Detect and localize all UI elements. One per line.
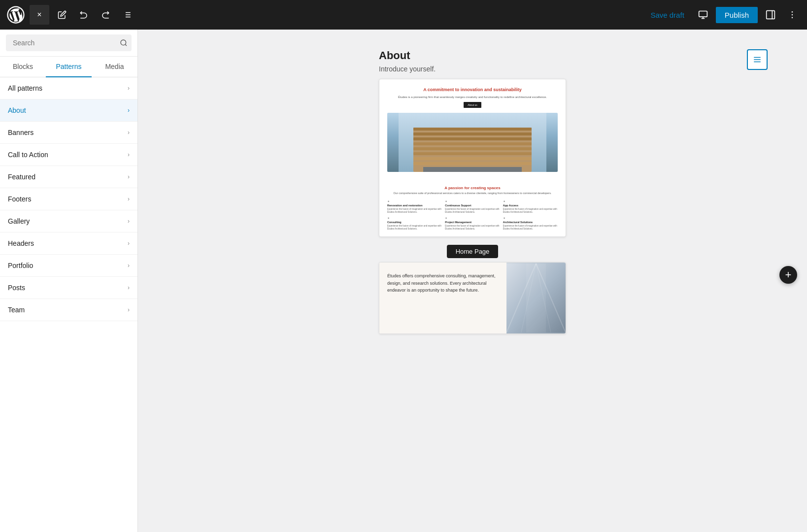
- undo-button[interactable]: [75, 6, 93, 24]
- service-item-6: ✦ Architectural Solutions Experience the…: [503, 216, 558, 231]
- svg-rect-7: [699, 11, 707, 17]
- arch-heading: A commitment to innovation and sustainab…: [387, 87, 558, 93]
- chevron-right-icon: ›: [128, 107, 130, 114]
- chevron-right-icon: ›: [128, 173, 130, 180]
- list-view-button[interactable]: [118, 6, 136, 24]
- service-item-2: ✦ Continuous Support Experience the fusi…: [445, 200, 500, 214]
- search-input-wrap: [6, 34, 132, 51]
- star-icon-5: ✦: [445, 216, 500, 220]
- pattern-item-footers[interactable]: Footers ›: [0, 188, 137, 210]
- wp-logo: [6, 5, 26, 25]
- tab-media[interactable]: Media: [92, 57, 137, 77]
- sidebar-toggle-button[interactable]: [762, 6, 779, 24]
- star-icon-4: ✦: [387, 216, 442, 220]
- pattern-item-posts[interactable]: Posts ›: [0, 277, 137, 299]
- pattern-item-featured[interactable]: Featured ›: [0, 166, 137, 188]
- service-grid: ✦ Renovation and restoration Experience …: [387, 200, 558, 231]
- pattern-list: All patterns › About › Banners › Call to…: [0, 77, 137, 532]
- pattern-item-gallery[interactable]: Gallery ›: [0, 210, 137, 233]
- svg-rect-26: [413, 147, 532, 150]
- svg-point-15: [121, 40, 126, 45]
- topbar: × Save draft Publish: [0, 0, 807, 30]
- chevron-right-icon: ›: [128, 151, 130, 158]
- panel-header: About Introduce yourself.: [379, 49, 566, 73]
- list-view-toggle-button[interactable]: [747, 49, 768, 70]
- preview-button[interactable]: [694, 6, 712, 24]
- svg-rect-27: [413, 152, 532, 155]
- pattern-item-portfolio[interactable]: Portfolio ›: [0, 255, 137, 277]
- service-item-4: ✦ Consulting Experience the fusion of im…: [387, 216, 442, 231]
- pattern-preview-panel: About Introduce yourself. A commitment t…: [379, 49, 566, 512]
- search-bar: [0, 30, 137, 57]
- chevron-right-icon: ›: [128, 262, 130, 269]
- tab-patterns[interactable]: Patterns: [46, 57, 92, 77]
- home-page-badge: Home Page: [447, 245, 499, 258]
- pattern-item-banners[interactable]: Banners ›: [0, 122, 137, 144]
- pattern-item-call-to-action[interactable]: Call to Action ›: [0, 144, 137, 166]
- chevron-right-icon: ›: [128, 196, 130, 202]
- svg-rect-23: [413, 133, 532, 135]
- svg-rect-30: [423, 167, 522, 172]
- service-heading: A passion for creating spaces: [387, 186, 558, 190]
- pattern-item-all[interactable]: All patterns ›: [0, 77, 137, 100]
- home-page-label: Home Page: [379, 245, 566, 258]
- publish-button[interactable]: Publish: [716, 7, 758, 23]
- service-item-1: ✦ Renovation and restoration Experience …: [387, 200, 442, 214]
- redo-button[interactable]: [97, 6, 114, 24]
- svg-rect-25: [413, 142, 532, 145]
- svg-rect-29: [413, 162, 532, 165]
- service-item-5: ✦ Project Management Experience the fusi…: [445, 216, 500, 231]
- star-icon-3: ✦: [503, 200, 558, 203]
- panel-title: About: [379, 49, 566, 62]
- svg-rect-36: [526, 264, 546, 332]
- arch-subtext: Études is a pioneering firm that seamles…: [387, 95, 558, 99]
- more-options-button[interactable]: [783, 6, 801, 24]
- search-input[interactable]: [6, 34, 132, 51]
- pattern-item-about[interactable]: About ›: [0, 100, 137, 122]
- preview-card-1[interactable]: A commitment to innovation and sustainab…: [379, 79, 566, 237]
- panel-subtitle: Introduce yourself.: [379, 65, 566, 73]
- edit-icon-button[interactable]: [53, 6, 71, 24]
- svg-line-16: [125, 44, 127, 46]
- add-block-button[interactable]: +: [779, 266, 797, 284]
- close-button[interactable]: ×: [30, 5, 49, 25]
- card2-text: Études offers comprehensive consulting, …: [379, 263, 506, 333]
- pattern-item-team[interactable]: Team ›: [0, 299, 137, 321]
- chevron-right-icon: ›: [128, 129, 130, 136]
- arch-about-btn: About us: [464, 102, 481, 108]
- content-area: About Introduce yourself. A commitment t…: [138, 30, 807, 532]
- tab-blocks[interactable]: Blocks: [0, 57, 46, 77]
- interior-svg: [506, 263, 566, 333]
- chevron-right-icon: ›: [128, 306, 130, 313]
- arch-preview: A commitment to innovation and sustainab…: [379, 79, 566, 180]
- card2-inner: Études offers comprehensive consulting, …: [379, 263, 566, 333]
- topbar-right: Save draft Publish: [644, 6, 801, 24]
- chevron-right-icon: ›: [128, 218, 130, 225]
- service-section: A passion for creating spaces Our compre…: [379, 180, 566, 236]
- main-layout: Blocks Patterns Media All patterns › Abo…: [0, 30, 807, 532]
- svg-point-14: [792, 17, 793, 19]
- tabs: Blocks Patterns Media: [0, 57, 137, 77]
- card2-text-content: Études offers comprehensive consulting, …: [387, 272, 499, 294]
- svg-point-13: [792, 14, 793, 16]
- pattern-item-headers[interactable]: Headers ›: [0, 233, 137, 255]
- building-svg: [387, 113, 558, 172]
- svg-rect-28: [413, 157, 532, 160]
- svg-rect-22: [413, 128, 532, 131]
- star-icon-1: ✦: [387, 200, 442, 203]
- left-sidebar: Blocks Patterns Media All patterns › Abo…: [0, 30, 138, 532]
- card2-image: [506, 263, 566, 333]
- star-icon-6: ✦: [503, 216, 558, 220]
- star-icon-2: ✦: [445, 200, 500, 203]
- search-icon: [120, 39, 128, 47]
- service-subtext: Our comprehensive suite of professional …: [387, 192, 558, 196]
- svg-point-12: [792, 11, 793, 13]
- svg-rect-10: [767, 11, 775, 19]
- chevron-right-icon: ›: [128, 85, 130, 92]
- svg-rect-24: [413, 137, 532, 140]
- save-draft-button[interactable]: Save draft: [644, 8, 690, 22]
- chevron-right-icon: ›: [128, 240, 130, 247]
- search-icon-button[interactable]: [120, 39, 128, 47]
- preview-card-2[interactable]: Études offers comprehensive consulting, …: [379, 262, 566, 334]
- arch-building-image: [387, 113, 558, 172]
